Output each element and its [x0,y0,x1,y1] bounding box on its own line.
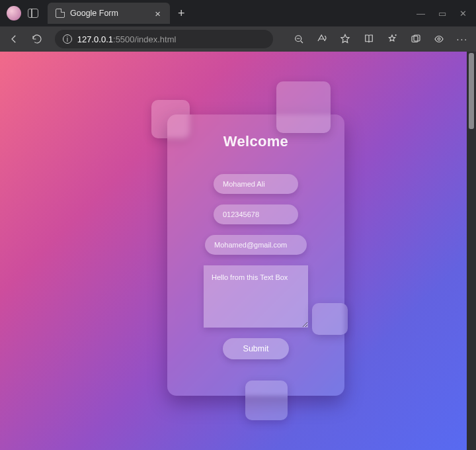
name-input[interactable] [214,174,298,194]
submit-button[interactable]: Submit [223,338,289,359]
decor-square-top-right [276,81,331,133]
address-rest: :5500/index.html [113,34,176,44]
svg-point-3 [438,38,440,40]
window-maximize-button[interactable]: ▭ [438,9,446,19]
tab-title: Google Form [70,9,118,18]
zoom-icon[interactable] [292,30,305,48]
browser-tab[interactable]: Google Form × [48,3,170,24]
reading-list-icon[interactable] [362,30,376,48]
collections-icon[interactable] [409,30,422,48]
form-heading: Welcome [223,133,288,150]
new-tab-button[interactable]: + [178,7,185,21]
refresh-button[interactable] [30,30,44,48]
back-button[interactable] [7,30,20,48]
favorites-bar-icon[interactable] [385,30,399,48]
vertical-scrollbar[interactable] [467,52,476,450]
read-aloud-icon[interactable] [315,30,329,48]
favorite-icon[interactable] [338,30,352,48]
phone-input[interactable] [214,204,298,224]
address-bar[interactable]: i 127.0.0.1:5500/index.html [55,30,273,48]
message-textarea[interactable] [204,265,308,328]
viewport: Welcome Submit [0,52,476,450]
page-icon [56,9,65,18]
browser-titlebar: Google Form × + — ▭ ✕ [0,0,476,26]
site-info-icon[interactable]: i [63,34,72,44]
tab-close-button[interactable]: × [153,8,162,19]
window-close-button[interactable]: ✕ [459,9,467,19]
decor-square-bottom [245,381,288,420]
tab-actions-icon[interactable] [28,9,38,18]
browser-toolbar: i 127.0.0.1:5500/index.html ··· [0,26,476,52]
welcome-card: Welcome Submit [167,114,344,396]
email-input[interactable] [205,235,307,255]
more-menu-icon[interactable]: ··· [456,30,469,48]
address-host: 127.0.0.1 [77,34,113,44]
extensions-icon[interactable] [432,30,446,48]
page-body: Welcome Submit [0,52,467,450]
profile-avatar-icon[interactable] [7,6,21,21]
window-minimize-button[interactable]: — [416,9,425,19]
decor-square-middle-right [312,303,348,335]
